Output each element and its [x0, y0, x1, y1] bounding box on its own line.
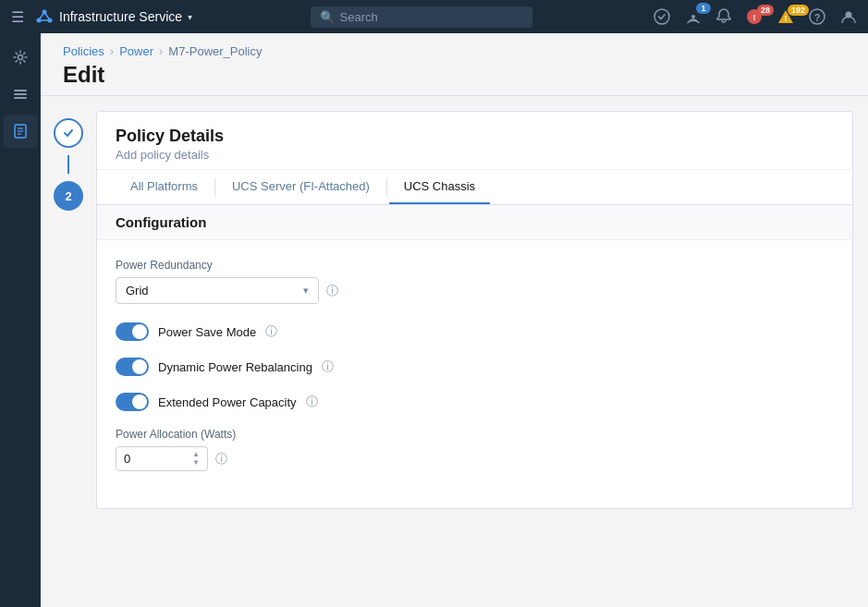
power-save-label: Power Save Mode [158, 325, 256, 339]
power-allocation-stepper[interactable]: ▲ ▼ [192, 451, 200, 467]
power-save-toggle-knob [132, 324, 147, 339]
broadcast-icon[interactable]: 1 [681, 6, 705, 27]
sidebar-item-policies[interactable] [4, 115, 37, 148]
form-body: 2 Policy Details Add policy details All … [41, 96, 868, 524]
breadcrumb-current: M7-Power_Policy [168, 44, 262, 58]
panel-body: Configuration Power Redundancy Grid ▾ ⓘ [97, 205, 852, 508]
main-content: Policies › Power › M7-Power_Policy Edit … [41, 33, 868, 607]
tab-sep-1 [214, 178, 215, 197]
power-redundancy-group: Power Redundancy Grid ▾ ⓘ [116, 259, 834, 304]
power-allocation-input[interactable] [124, 452, 179, 466]
step-2-circle[interactable]: 2 [54, 181, 83, 211]
breadcrumb-sep-1: › [110, 44, 114, 58]
alert-red-icon[interactable]: ! 28 [742, 6, 766, 27]
toggles-section: Power Save Mode ⓘ Dynamic Power Rebalanc… [116, 322, 834, 411]
brand-icon [35, 7, 54, 26]
dynamic-power-toggle[interactable] [116, 358, 149, 376]
power-redundancy-label: Power Redundancy [116, 259, 834, 272]
svg-point-14 [18, 55, 22, 60]
bell-icon[interactable] [713, 6, 735, 27]
sidebar-item-gear[interactable] [4, 78, 37, 111]
page-title: Edit [63, 62, 846, 88]
menu-icon[interactable]: ☰ [7, 5, 28, 30]
power-redundancy-select[interactable]: Grid ▾ [116, 277, 319, 304]
toggle-row-dynamic-power: Dynamic Power Rebalancing ⓘ [116, 358, 834, 376]
breadcrumb-power[interactable]: Power [119, 44, 153, 58]
svg-text:?: ? [814, 12, 821, 23]
dynamic-power-toggle-knob [132, 359, 147, 374]
dynamic-power-info-icon[interactable]: ⓘ [322, 358, 334, 375]
tab-ucs-chassis[interactable]: UCS Chassis [389, 170, 490, 204]
step-sidebar: 2 [41, 111, 96, 509]
extended-power-label: Extended Power Capacity [158, 395, 297, 409]
alert-red-badge: 28 [757, 5, 774, 16]
step-1-circle[interactable] [54, 118, 83, 148]
svg-text:!: ! [785, 14, 788, 23]
svg-point-6 [654, 9, 669, 24]
select-chevron-icon: ▾ [303, 285, 309, 297]
search-input[interactable] [340, 10, 523, 24]
power-redundancy-info-icon[interactable]: ⓘ [326, 283, 338, 299]
power-redundancy-value: Grid [126, 284, 149, 297]
panel-header: Policy Details Add policy details [97, 112, 852, 170]
panel-subtitle: Add policy details [116, 148, 834, 162]
tab-sep-2 [386, 178, 387, 197]
page-header: Policies › Power › M7-Power_Policy Edit [41, 33, 868, 96]
search-icon: 🔍 [320, 10, 335, 24]
user-avatar[interactable] [837, 6, 861, 27]
toggle-row-power-save: Power Save Mode ⓘ [116, 322, 834, 341]
search-bar[interactable]: 🔍 [311, 6, 532, 28]
breadcrumb-policies[interactable]: Policies [63, 44, 104, 58]
svg-line-4 [44, 12, 50, 20]
extended-power-toggle[interactable] [116, 393, 149, 411]
step-connector [67, 155, 69, 174]
sidebar [0, 33, 41, 607]
sidebar-item-settings[interactable] [4, 41, 37, 74]
extended-power-toggle-knob [132, 395, 147, 409]
stepper-up-icon[interactable]: ▲ [192, 451, 200, 458]
alert-orange-icon[interactable]: ! 192 [774, 6, 798, 27]
topnav-actions: 1 ! 28 ! 192 ? [650, 6, 861, 27]
main-layout: Policies › Power › M7-Power_Policy Edit … [0, 33, 868, 607]
power-save-info-icon[interactable]: ⓘ [265, 323, 277, 340]
policy-panel: Policy Details Add policy details All Pl… [96, 111, 853, 509]
help-icon[interactable]: ? [805, 6, 829, 27]
svg-line-3 [39, 12, 44, 20]
dynamic-power-label: Dynamic Power Rebalancing [158, 360, 312, 374]
broadcast-badge: 1 [696, 3, 711, 14]
panel-title: Policy Details [116, 127, 834, 146]
svg-rect-17 [14, 97, 27, 99]
section-title: Configuration [97, 205, 852, 240]
brand[interactable]: Infrastructure Service ▾ [35, 7, 192, 26]
power-allocation-label: Power Allocation (Watts) [116, 428, 834, 441]
tab-ucs-server[interactable]: UCS Server (FI-Attached) [217, 170, 385, 204]
platform-tabs: All Platforms UCS Server (FI-Attached) U… [97, 170, 852, 205]
power-allocation-group: Power Allocation (Watts) ▲ ▼ ⓘ [116, 428, 834, 471]
toggle-row-extended-power: Extended Power Capacity ⓘ [116, 393, 834, 411]
svg-rect-16 [14, 93, 27, 95]
brand-name: Infrastructure Service [59, 9, 182, 24]
power-allocation-info-icon[interactable]: ⓘ [215, 451, 227, 467]
breadcrumb: Policies › Power › M7-Power_Policy [63, 44, 846, 58]
power-allocation-input-wrapper: ▲ ▼ ⓘ [116, 446, 834, 471]
breadcrumb-sep-2: › [159, 44, 163, 58]
tab-all-platforms[interactable]: All Platforms [116, 170, 213, 204]
extended-power-info-icon[interactable]: ⓘ [306, 394, 318, 410]
svg-text:!: ! [753, 13, 756, 22]
svg-rect-15 [14, 90, 27, 91]
stepper-down-icon[interactable]: ▼ [192, 459, 200, 467]
power-redundancy-select-wrapper: Grid ▾ ⓘ [116, 277, 834, 304]
power-allocation-input-box[interactable]: ▲ ▼ [116, 446, 208, 471]
brand-chevron-icon: ▾ [188, 12, 192, 22]
check-circle-icon[interactable] [650, 6, 674, 27]
power-save-toggle[interactable] [116, 322, 149, 341]
topnav: ☰ Infrastructure Service ▾ 🔍 1 ! 28 [0, 0, 868, 33]
